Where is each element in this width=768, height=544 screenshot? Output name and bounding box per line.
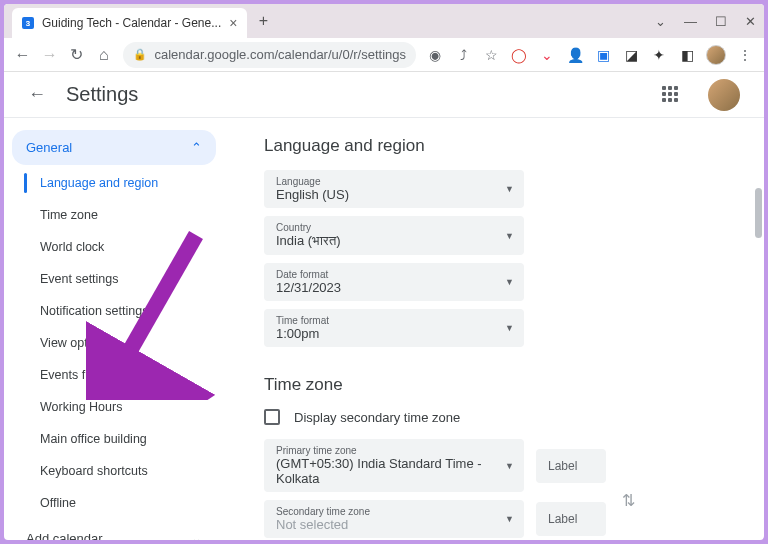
eye-icon[interactable]: ◉ (426, 46, 444, 64)
sidebar-item-event-settings[interactable]: Event settings (4, 263, 224, 295)
profile-avatar-small[interactable] (706, 45, 726, 65)
settings-sidebar: General ⌃ Language and region Time zone … (4, 118, 224, 540)
address-bar: ← → ↻ ⌂ 🔒 calendar.google.com/calendar/u… (4, 38, 764, 72)
chevron-down-icon: ⌄ (191, 531, 202, 540)
sidebar-item-working-hours[interactable]: Working Hours (4, 391, 224, 423)
url-input[interactable]: 🔒 calendar.google.com/calendar/u/0/r/set… (123, 42, 417, 68)
extensions-icon[interactable]: ✦ (650, 46, 668, 64)
extension-icon-5[interactable]: ◧ (678, 46, 696, 64)
primary-timezone-dropdown[interactable]: Primary time zone (GMT+05:30) India Stan… (264, 439, 524, 492)
secondary-timezone-dropdown[interactable]: Secondary time zone Not selected ▼ (264, 500, 524, 538)
sidebar-item-notification-settings[interactable]: Notification settings (4, 295, 224, 327)
maximize-button[interactable]: ☐ (715, 14, 727, 29)
caret-down-icon: ▼ (505, 461, 514, 471)
chevron-up-icon: ⌃ (191, 140, 202, 155)
caret-down-icon: ▼ (505, 514, 514, 524)
browser-titlebar: 3 Guiding Tech - Calendar - Gene... × + … (4, 4, 764, 38)
app-header: ← Settings (4, 72, 764, 118)
pocket-icon[interactable]: ⌄ (538, 46, 556, 64)
sidebar-item-offline[interactable]: Offline (4, 487, 224, 519)
google-apps-icon[interactable] (662, 86, 680, 104)
caret-down-icon: ▼ (505, 184, 514, 194)
back-arrow-icon[interactable]: ← (28, 84, 46, 105)
extension-icon-4[interactable]: ◪ (622, 46, 640, 64)
display-secondary-label: Display secondary time zone (294, 410, 460, 425)
display-secondary-checkbox[interactable] (264, 409, 280, 425)
sidebar-item-main-office[interactable]: Main office building (4, 423, 224, 455)
reload-button[interactable]: ↻ (68, 46, 85, 64)
section-title-language-region: Language and region (264, 136, 724, 156)
sidebar-item-time-zone[interactable]: Time zone (4, 199, 224, 231)
home-button[interactable]: ⌂ (95, 46, 112, 64)
caret-down-icon: ▼ (505, 277, 514, 287)
sidebar-add-calendar[interactable]: Add calendar ⌄ (12, 521, 216, 540)
close-window-button[interactable]: ✕ (745, 14, 756, 29)
sidebar-section-general[interactable]: General ⌃ (12, 130, 216, 165)
minimize-button[interactable]: — (684, 14, 697, 29)
chevron-down-icon[interactable]: ⌄ (655, 14, 666, 29)
forward-button[interactable]: → (41, 46, 58, 64)
sidebar-item-language-region[interactable]: Language and region (4, 167, 224, 199)
menu-icon[interactable]: ⋮ (736, 46, 754, 64)
url-text: calendar.google.com/calendar/u/0/r/setti… (155, 47, 407, 62)
sidebar-item-view-options[interactable]: View options (4, 327, 224, 359)
sidebar-item-keyboard-shortcuts[interactable]: Keyboard shortcuts (4, 455, 224, 487)
language-dropdown[interactable]: Language English (US) ▼ (264, 170, 524, 208)
new-tab-button[interactable]: + (251, 9, 275, 33)
back-button[interactable]: ← (14, 46, 31, 64)
lock-icon: 🔒 (133, 48, 147, 61)
browser-tab[interactable]: 3 Guiding Tech - Calendar - Gene... × (12, 8, 247, 38)
time-format-dropdown[interactable]: Time format 1:00pm ▼ (264, 309, 524, 347)
scrollbar[interactable] (755, 188, 762, 238)
tab-close-icon[interactable]: × (229, 15, 237, 31)
swap-icon[interactable]: ⇅ (622, 491, 635, 510)
star-icon[interactable]: ☆ (482, 46, 500, 64)
share-icon[interactable]: ⤴ (454, 46, 472, 64)
extension-icon-2[interactable]: 👤 (566, 46, 584, 64)
extension-icon-3[interactable]: ▣ (594, 46, 612, 64)
caret-down-icon: ▼ (505, 231, 514, 241)
page-title: Settings (66, 83, 138, 106)
secondary-label-input[interactable]: Label (536, 502, 606, 536)
extension-icon-1[interactable]: ◯ (510, 46, 528, 64)
date-format-dropdown[interactable]: Date format 12/31/2023 ▼ (264, 263, 524, 301)
primary-label-input[interactable]: Label (536, 449, 606, 483)
settings-main: Language and region Language English (US… (224, 118, 764, 540)
section-title-timezone: Time zone (264, 375, 724, 395)
sidebar-item-events-gmail[interactable]: Events from Gmail (4, 359, 224, 391)
calendar-favicon: 3 (22, 17, 34, 29)
account-avatar[interactable] (708, 79, 740, 111)
caret-down-icon: ▼ (505, 323, 514, 333)
tab-title: Guiding Tech - Calendar - Gene... (42, 16, 221, 30)
country-dropdown[interactable]: Country India (भारत) ▼ (264, 216, 524, 255)
sidebar-item-world-clock[interactable]: World clock (4, 231, 224, 263)
